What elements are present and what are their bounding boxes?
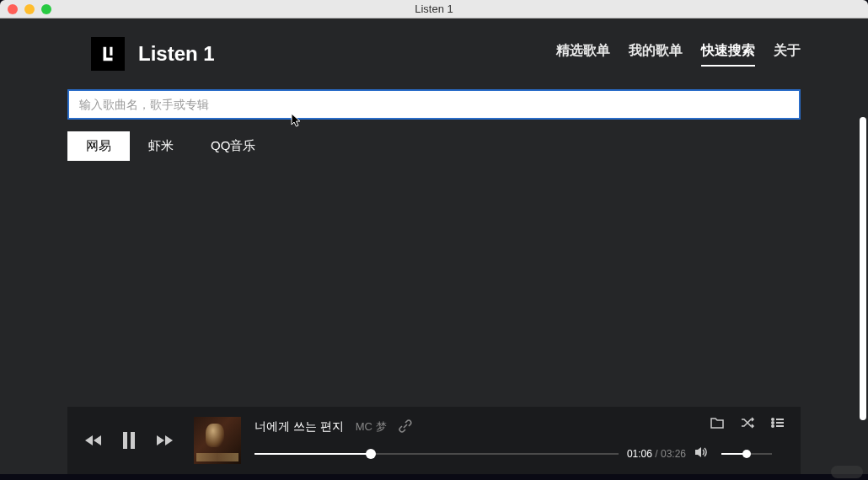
progress-handle[interactable] — [366, 449, 376, 459]
window-title: Listen 1 — [415, 3, 453, 15]
pause-button[interactable] — [121, 431, 137, 450]
svg-rect-0 — [110, 47, 112, 56]
app-window: Listen 1 Listen 1 精选歌单 我的歌单 快速搜索 关于 — [0, 0, 868, 474]
progress-row: 01:06 / 03:26 — [255, 445, 787, 462]
volume-icon[interactable] — [694, 445, 713, 462]
nav-about[interactable]: 关于 — [774, 42, 801, 65]
player-bar: 너에게 쓰는 편지 MC 梦 — [67, 407, 801, 474]
next-button[interactable] — [155, 434, 174, 447]
link-icon[interactable] — [399, 419, 412, 435]
svg-rect-8 — [131, 432, 135, 449]
nav-featured-playlists[interactable]: 精选歌单 — [556, 42, 610, 65]
main-nav: 精选歌单 我的歌单 快速搜索 关于 — [556, 42, 801, 67]
track-artist: MC 梦 — [356, 419, 387, 435]
previous-button[interactable] — [84, 434, 103, 447]
app-body: Listen 1 精选歌单 我的歌单 快速搜索 关于 网易 虾米 QQ音乐 — [0, 19, 868, 474]
search-container — [0, 71, 868, 120]
source-tabs: 网易 虾米 QQ音乐 — [0, 120, 868, 161]
playback-controls — [67, 431, 174, 450]
track-meta: 너에게 쓰는 편지 MC 梦 — [255, 419, 787, 435]
progress-fill — [255, 453, 371, 455]
close-window-button[interactable] — [8, 4, 18, 14]
titlebar: Listen 1 — [0, 0, 868, 19]
minimize-window-button[interactable] — [24, 4, 35, 14]
header: Listen 1 精选歌单 我的歌单 快速搜索 关于 — [0, 19, 868, 71]
nav-my-playlists[interactable]: 我的歌单 — [629, 42, 683, 65]
album-art[interactable] — [194, 417, 241, 464]
svg-point-5 — [772, 425, 774, 427]
nav-quick-search[interactable]: 快速搜索 — [701, 42, 755, 67]
brand: Listen 1 — [91, 37, 215, 71]
app-name: Listen 1 — [138, 42, 215, 66]
tab-netease[interactable]: 网易 — [67, 131, 130, 161]
maximize-window-button[interactable] — [41, 4, 51, 14]
svg-point-3 — [772, 422, 774, 424]
elapsed-time: 01:06 — [627, 448, 652, 460]
volume-bar[interactable] — [721, 453, 772, 455]
scrollbar[interactable] — [860, 117, 866, 420]
volume-handle[interactable] — [742, 450, 751, 458]
player-right-controls — [710, 416, 785, 433]
duration-time: 03:26 — [661, 448, 686, 460]
tab-qqmusic[interactable]: QQ音乐 — [192, 131, 274, 161]
app-logo — [91, 37, 125, 71]
shuffle-icon[interactable] — [740, 416, 755, 433]
playlist-folder-icon[interactable] — [710, 416, 725, 433]
svg-point-1 — [772, 419, 774, 420]
track-title: 너에게 쓰는 편지 — [255, 419, 344, 435]
queue-icon[interactable] — [770, 416, 785, 433]
svg-rect-7 — [123, 432, 127, 449]
tab-xiami[interactable]: 虾米 — [130, 131, 192, 161]
time-display: 01:06 / 03:26 — [627, 448, 686, 460]
search-input[interactable] — [67, 89, 801, 120]
watermark — [831, 466, 863, 478]
traffic-lights — [0, 4, 51, 14]
progress-bar[interactable] — [255, 453, 619, 455]
